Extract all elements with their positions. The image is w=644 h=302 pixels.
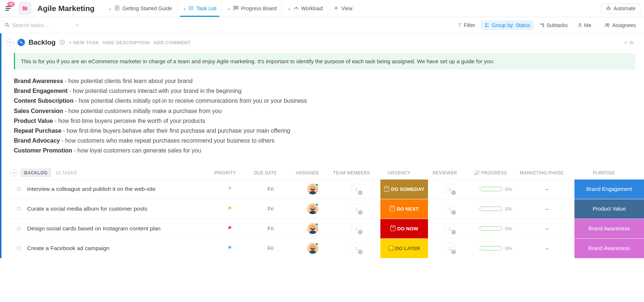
- info-icon[interactable]: i: [59, 39, 65, 45]
- due-date-cell[interactable]: Fri: [249, 219, 293, 238]
- phase-cell[interactable]: –: [520, 180, 574, 199]
- urgency-cell[interactable]: DO SOMEDAY: [380, 180, 428, 199]
- task-checkbox[interactable]: [10, 187, 27, 191]
- add-assignee-button[interactable]: [444, 184, 455, 195]
- purpose-cell[interactable]: Brand Awareness: [574, 239, 644, 258]
- task-checkbox[interactable]: [10, 246, 27, 250]
- add-assignee-button[interactable]: [351, 184, 362, 195]
- svg-point-14: [606, 23, 607, 25]
- purpose-cell[interactable]: Product Value: [574, 199, 644, 219]
- view-tab-workload[interactable]: Workload: [282, 0, 328, 17]
- phase-cell[interactable]: –: [520, 239, 574, 258]
- due-date-cell[interactable]: Fri: [249, 239, 293, 258]
- assignee-cell[interactable]: [293, 219, 333, 238]
- filter-button[interactable]: Filter: [454, 20, 479, 30]
- menu-toggle[interactable]: 10: [4, 3, 14, 14]
- assignees-button[interactable]: Assignees: [601, 20, 640, 30]
- add-assignee-button[interactable]: [444, 243, 455, 254]
- column-header[interactable]: URGENCY: [375, 170, 423, 175]
- add-assignee-button[interactable]: [351, 223, 362, 234]
- progress-cell[interactable]: 0%: [472, 239, 520, 258]
- column-header[interactable]: PURPOSE: [569, 170, 639, 175]
- urgency-cell[interactable]: DO LATER: [380, 239, 428, 258]
- task-row[interactable]: Create a Facebook ad campaignFriDO LATER…: [1, 238, 644, 258]
- add-assignee-button[interactable]: [444, 223, 455, 234]
- task-rows: Interview a colleague and publish it on …: [1, 179, 644, 258]
- column-header[interactable]: DUE DATE: [243, 170, 287, 175]
- svg-rect-4: [234, 6, 235, 10]
- phase-cell[interactable]: –: [520, 219, 574, 238]
- column-header[interactable]: MARKETING PHASE: [514, 170, 569, 175]
- view-tab-view[interactable]: View: [328, 0, 357, 17]
- collapse-table-button[interactable]: [10, 169, 18, 177]
- team-cell[interactable]: [333, 199, 380, 219]
- search-field[interactable]: [4, 22, 79, 28]
- priority-cell[interactable]: [212, 180, 249, 199]
- task-name[interactable]: Curate a social media album for customer…: [27, 202, 212, 216]
- priority-cell[interactable]: [212, 219, 249, 238]
- assignee-cell[interactable]: [293, 180, 333, 199]
- collapse-group-button[interactable]: [7, 39, 14, 46]
- svg-point-20: [356, 227, 358, 229]
- view-label: Workload: [301, 5, 323, 11]
- add-assignee-button[interactable]: [444, 203, 455, 214]
- view-tab-task-list[interactable]: Task List: [177, 0, 222, 17]
- progress-cell[interactable]: 0%: [472, 180, 520, 199]
- task-row[interactable]: Interview a colleague and publish it on …: [1, 179, 644, 199]
- reviewer-cell[interactable]: [428, 180, 472, 199]
- column-header[interactable]: PRIORITY: [207, 170, 243, 175]
- column-header[interactable]: ASSIGNEE: [287, 170, 328, 175]
- search-input[interactable]: [12, 22, 71, 28]
- due-date-cell[interactable]: Fri: [249, 199, 293, 219]
- hide-description-button[interactable]: HIDE DESCRIPTION: [103, 40, 150, 45]
- view-tab-progress-board[interactable]: Progress Board: [222, 0, 282, 17]
- task-name[interactable]: Interview a colleague and publish it on …: [27, 182, 212, 196]
- reviewer-cell[interactable]: [428, 199, 472, 219]
- task-name[interactable]: Design social cards based on Instagram c…: [27, 222, 212, 235]
- automate-button[interactable]: Automate: [601, 3, 640, 14]
- assignee-cell[interactable]: [293, 239, 333, 258]
- table-header: BACKLOG 10 TASKS PRIORITYDUE DATEASSIGNE…: [1, 167, 644, 179]
- add-comment-button[interactable]: ADD COMMENT: [153, 40, 191, 45]
- folder-icon[interactable]: [18, 2, 31, 15]
- status-chip[interactable]: BACKLOG: [21, 169, 51, 177]
- progress-cell[interactable]: 0%: [472, 199, 520, 219]
- progress-bar: [480, 187, 502, 191]
- team-cell[interactable]: [333, 239, 380, 258]
- assignee-cell[interactable]: [293, 199, 333, 219]
- priority-cell[interactable]: [212, 199, 249, 219]
- team-cell[interactable]: [333, 180, 380, 199]
- add-assignee-button[interactable]: [351, 243, 362, 254]
- status-swirl-icon: [18, 39, 25, 46]
- add-assignee-button[interactable]: [351, 203, 362, 214]
- task-row[interactable]: Curate a social media album for customer…: [1, 199, 644, 219]
- chevron-down-icon[interactable]: [75, 23, 79, 27]
- urgency-cell[interactable]: DO NOW: [380, 219, 428, 238]
- task-checkbox[interactable]: [10, 227, 27, 230]
- subtasks-button[interactable]: Subtasks: [536, 20, 572, 30]
- progress-cell[interactable]: 0%: [472, 219, 520, 238]
- purpose-cell[interactable]: Brand Awareness: [574, 219, 644, 238]
- task-name[interactable]: Create a Facebook ad campaign: [27, 242, 212, 255]
- save-indicator[interactable]: SI: [623, 40, 634, 45]
- definitions-list: Brand Awareness - how potential clients …: [14, 76, 635, 156]
- view-tab-getting-started-guide[interactable]: Getting Started Guide: [103, 0, 177, 17]
- task-checkbox[interactable]: [10, 207, 27, 211]
- groupby-button[interactable]: Group by: Status: [481, 20, 534, 30]
- reviewer-cell[interactable]: [428, 239, 472, 258]
- column-header[interactable]: REVIEWER: [423, 170, 467, 175]
- team-cell[interactable]: [333, 219, 380, 238]
- priority-cell[interactable]: [212, 239, 249, 258]
- svg-point-18: [356, 207, 358, 209]
- column-header[interactable]: 📈 PROGRESS: [467, 170, 514, 175]
- svg-rect-6: [237, 6, 238, 9]
- me-button[interactable]: Me: [574, 20, 595, 30]
- new-task-button[interactable]: + NEW TASK: [69, 40, 99, 45]
- reviewer-cell[interactable]: [428, 219, 472, 238]
- task-row[interactable]: Design social cards based on Instagram c…: [1, 219, 644, 238]
- urgency-cell[interactable]: DO NEXT: [380, 199, 428, 219]
- column-header[interactable]: TEAM MEMBERS: [328, 170, 375, 175]
- purpose-cell[interactable]: Brand Engagement: [574, 180, 644, 199]
- due-date-cell[interactable]: Fri: [249, 180, 293, 199]
- phase-cell[interactable]: –: [520, 199, 574, 219]
